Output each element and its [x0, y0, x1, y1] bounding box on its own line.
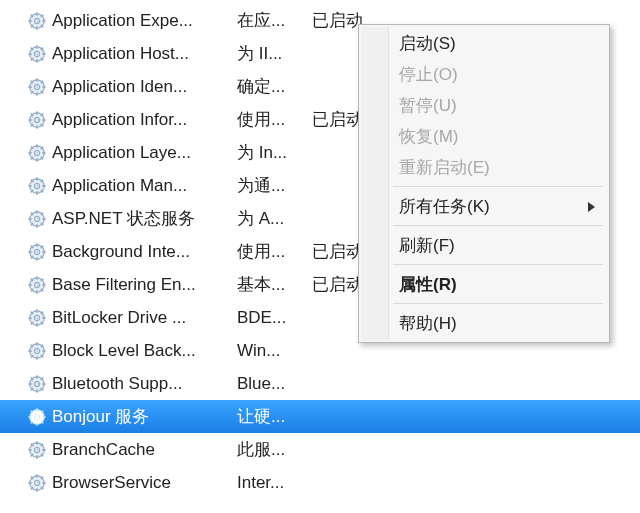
- menu-help-label: 帮助(H): [399, 312, 457, 335]
- service-name-cell: BranchCache: [52, 440, 237, 460]
- service-name-cell: Bonjour 服务: [52, 405, 237, 428]
- service-desc-cell: Blue...: [237, 374, 312, 394]
- service-desc-cell: 在应...: [237, 9, 312, 32]
- service-name-cell: Application Iden...: [52, 77, 237, 97]
- menu-pause[interactable]: 暂停(U): [361, 90, 607, 121]
- menu-properties[interactable]: 属性(R): [361, 269, 607, 300]
- services-list-panel: Application Expe...在应...已启动Application H…: [0, 0, 640, 513]
- service-gear-icon: [28, 45, 46, 63]
- service-row[interactable]: BrowserServiceInter...: [0, 466, 640, 499]
- menu-start-label: 启动(S): [399, 32, 456, 55]
- service-row[interactable]: BranchCache此服...: [0, 433, 640, 466]
- service-name-cell: BitLocker Drive ...: [52, 308, 237, 328]
- service-name-cell: Application Expe...: [52, 11, 237, 31]
- service-name-cell: Application Infor...: [52, 110, 237, 130]
- service-desc-cell: 基本...: [237, 273, 312, 296]
- menu-pause-label: 暂停(U): [399, 94, 457, 117]
- service-gear-icon: [28, 210, 46, 228]
- service-gear-icon: [28, 276, 46, 294]
- service-name-cell: Application Laye...: [52, 143, 237, 163]
- menu-restart[interactable]: 重新启动(E): [361, 152, 607, 183]
- service-name-cell: Application Man...: [52, 176, 237, 196]
- service-row[interactable]: Bluetooth Supp...Blue...: [0, 367, 640, 400]
- service-desc-cell: 让硬...: [237, 405, 312, 428]
- service-name-cell: Base Filtering En...: [52, 275, 237, 295]
- service-gear-icon: [28, 78, 46, 96]
- service-desc-cell: 使用...: [237, 108, 312, 131]
- menu-separator: [361, 261, 607, 269]
- service-gear-icon: [28, 12, 46, 30]
- service-gear-icon: [28, 342, 46, 360]
- service-desc-cell: 为通...: [237, 174, 312, 197]
- menu-resume[interactable]: 恢复(M): [361, 121, 607, 152]
- service-name-cell: Bluetooth Supp...: [52, 374, 237, 394]
- menu-restart-label: 重新启动(E): [399, 156, 490, 179]
- service-desc-cell: 确定...: [237, 75, 312, 98]
- service-name-cell: ASP.NET 状态服务: [52, 207, 237, 230]
- menu-stop[interactable]: 停止(O): [361, 59, 607, 90]
- service-context-menu: 启动(S) 停止(O) 暂停(U) 恢复(M) 重新启动(E) 所有任务(K) …: [358, 24, 610, 343]
- menu-help[interactable]: 帮助(H): [361, 308, 607, 339]
- service-gear-icon: [28, 243, 46, 261]
- service-name-cell: Background Inte...: [52, 242, 237, 262]
- service-gear-icon: [28, 441, 46, 459]
- service-desc-cell: BDE...: [237, 308, 312, 328]
- menu-properties-label: 属性(R): [399, 273, 457, 296]
- service-desc-cell: 为 In...: [237, 141, 312, 164]
- service-gear-icon: [28, 474, 46, 492]
- menu-separator: [361, 300, 607, 308]
- service-row[interactable]: Bonjour 服务让硬...: [0, 400, 640, 433]
- service-desc-cell: 为 A...: [237, 207, 312, 230]
- service-desc-cell: 此服...: [237, 438, 312, 461]
- service-gear-icon: [28, 309, 46, 327]
- service-desc-cell: Win...: [237, 341, 312, 361]
- menu-separator: [361, 183, 607, 191]
- service-gear-icon: [28, 111, 46, 129]
- submenu-arrow-icon: [588, 202, 595, 212]
- menu-refresh[interactable]: 刷新(F): [361, 230, 607, 261]
- service-name-cell: Application Host...: [52, 44, 237, 64]
- menu-start[interactable]: 启动(S): [361, 28, 607, 59]
- service-gear-icon: [28, 408, 46, 426]
- service-gear-icon: [28, 177, 46, 195]
- service-gear-icon: [28, 375, 46, 393]
- service-gear-icon: [28, 144, 46, 162]
- menu-all-tasks-label: 所有任务(K): [399, 195, 490, 218]
- service-desc-cell: 为 II...: [237, 42, 312, 65]
- menu-stop-label: 停止(O): [399, 63, 458, 86]
- service-desc-cell: Inter...: [237, 473, 312, 493]
- menu-separator: [361, 222, 607, 230]
- menu-all-tasks[interactable]: 所有任务(K): [361, 191, 607, 222]
- menu-resume-label: 恢复(M): [399, 125, 458, 148]
- menu-refresh-label: 刷新(F): [399, 234, 455, 257]
- service-name-cell: Block Level Back...: [52, 341, 237, 361]
- service-name-cell: BrowserService: [52, 473, 237, 493]
- service-desc-cell: 使用...: [237, 240, 312, 263]
